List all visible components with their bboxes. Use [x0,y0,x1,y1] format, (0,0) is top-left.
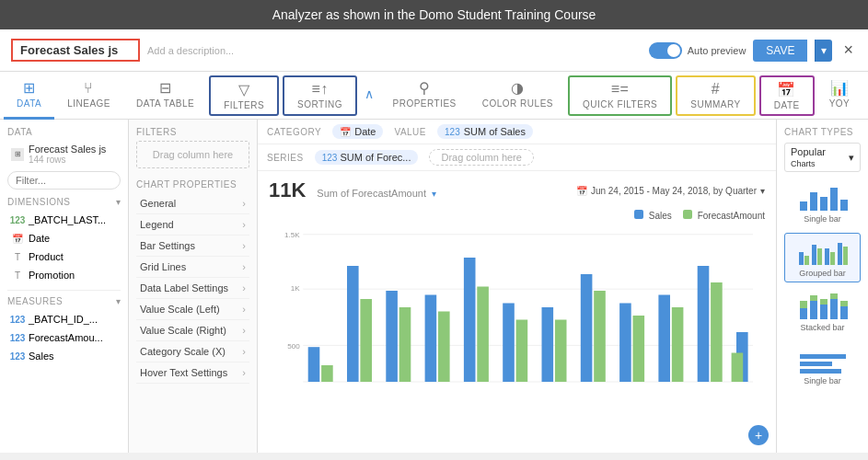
chevron-hover: › [242,367,246,378]
divider-1 [7,290,121,291]
toolbar-properties-label: PROPERTIES [393,98,457,109]
legend-forecast: ForecastAmount [683,210,765,221]
single-bar-2-preview [795,345,851,374]
prop-legend[interactable]: Legend › [136,214,249,236]
svg-rect-55 [800,362,832,366]
chart-type-grouped-bar[interactable]: Grouped bar [784,233,861,282]
category-label: CATEGORY [267,127,321,137]
meas-forecastamou[interactable]: 123 ForecastAmou... [7,328,121,347]
prop-data-label[interactable]: Data Label Settings › [136,278,249,299]
series-chip-value: SUM of Forec... [340,152,411,163]
toolbar-item-quickfilters[interactable]: ≡= QUICK FILTERS [568,75,672,116]
filter-search-input[interactable] [7,171,121,190]
svg-rect-26 [672,307,684,382]
svg-rect-7 [308,347,320,382]
toolbar-item-colorrules[interactable]: ◑ COLOR RULES [469,72,566,120]
chart-type-single-bar[interactable]: Single bar [784,179,861,227]
chart-type-stacked-bar[interactable]: Stacked bar [784,288,861,336]
svg-rect-13 [425,295,437,383]
toolbar-item-sorting[interactable]: ≡↑ SORTING [283,75,357,116]
grouped-bar-label: Grouped bar [799,269,846,278]
svg-rect-23 [619,304,631,383]
prop-general[interactable]: General › [136,193,249,214]
save-dropdown-button[interactable]: ▾ [815,40,832,62]
add-chart-button[interactable]: + [748,425,769,445]
prop-value-right[interactable]: Value Scale (Right) › [136,320,249,341]
save-button[interactable]: SAVE [753,40,807,62]
yoy-icon: 📊 [830,79,850,97]
chart-type-single-bar-2[interactable]: Single bar [784,341,861,389]
auto-preview-label: Auto preview [688,45,746,56]
measures-collapse[interactable]: ▾ [116,296,122,306]
meas-batchid[interactable]: 123 _BATCH_ID_... [7,310,121,328]
toolbar-lineage-label: LINEAGE [67,98,110,109]
chart-types-panel: CHART TYPES Popular Charts ▾ Single bar [776,120,868,453]
svg-rect-24 [633,316,645,382]
toolbar-filters-label: FILTERS [224,100,264,110]
prop-value-left[interactable]: Value Scale (Left) › [136,299,249,320]
toolbar-item-lineage[interactable]: ⑂ LINEAGE [54,72,123,120]
toolbar-item-filters[interactable]: ▽ FILTERS [209,75,279,116]
toolbar-item-data[interactable]: ⊞ DATA [4,72,54,120]
category-chip[interactable]: 📅 Date [332,124,383,139]
dim-batch-last[interactable]: 123 _BATCH_LAST... [7,211,121,229]
dim-promotion[interactable]: T Promotion [7,266,121,284]
chart-type-dropdown[interactable]: Popular Charts ▾ [784,143,861,172]
banner-text: Analyzer as shown in the Domo Student Tr… [272,7,596,22]
value-chip-text: 123 [445,127,460,137]
svg-rect-44 [800,308,807,319]
toolbar-item-datatable[interactable]: ⊟ DATA TABLE [123,72,207,120]
close-button[interactable]: × [839,40,857,60]
prop-bar-settings[interactable]: Bar Settings › [136,236,249,257]
dim-badge-1: 123 [11,213,24,226]
svg-rect-39 [817,248,822,265]
prop-category-x[interactable]: Category Scale (X) › [136,341,249,362]
dim-product[interactable]: T Product [7,247,121,266]
toolbar-item-date[interactable]: 📅 DATE [759,75,815,116]
chart-value-dropdown[interactable]: ▾ [432,189,436,199]
toolbar-item-summary[interactable]: # SUMMARY [676,75,755,116]
chart-date-range[interactable]: 📅 Jun 24, 2015 - May 24, 2018, by Quarte… [576,186,765,196]
svg-rect-14 [438,312,450,383]
toolbar-datatable-label: DATA TABLE [136,98,194,109]
legend-sales: Sales [634,210,672,221]
dim-date[interactable]: 📅 Date [7,229,121,247]
chart-description[interactable]: Add a description... [147,45,649,56]
data-source-item[interactable]: ⊞ Forecast Sales js 144 rows [7,141,121,167]
chart-title[interactable]: Forecast Sales js [11,39,140,62]
chart-area: CATEGORY 📅 Date VALUE 123 SUM of Sales S… [258,120,776,453]
measures-section-label: MEASURES ▾ [7,296,121,306]
dimensions-collapse[interactable]: ▾ [116,197,122,207]
svg-rect-9 [347,266,359,382]
value-chip[interactable]: 123 SUM of Sales [437,124,533,139]
properties-icon: ⚲ [419,79,431,97]
svg-rect-8 [321,365,333,382]
svg-rect-25 [658,295,670,383]
svg-rect-53 [840,301,848,306]
chevron-general: › [242,198,246,209]
series-label: SERIES [267,153,304,163]
main-container: Forecast Sales js Add a description... A… [0,29,868,453]
svg-rect-52 [840,306,848,319]
bar-chart-svg: 1.5K 1K 500 [269,224,765,390]
series-drop-zone[interactable]: Drag column here [429,149,533,166]
toolbar-date-label: DATE [774,100,800,110]
toolbar-item-properties[interactable]: ⚲ PROPERTIES [380,72,469,120]
auto-preview-toggle[interactable] [649,42,682,59]
prop-hover-text[interactable]: Hover Text Settings › [136,362,249,384]
value-chip-value: SUM of Sales [464,126,526,137]
single-bar-2-label: Single bar [804,376,841,385]
prop-grid-lines[interactable]: Grid Lines › [136,257,249,278]
stacked-bar-label: Stacked bar [800,323,844,332]
date-range-dropdown[interactable]: ▾ [760,186,765,196]
filter-drop-zone[interactable]: Drag column here [136,141,249,168]
toolbar-chevron-up[interactable]: ∧ [359,72,380,120]
content-area: DATA ⊞ Forecast Sales js 144 rows DIMENS… [0,120,868,453]
chevron-legend: › [242,219,246,230]
svg-rect-30 [732,353,744,383]
series-chip[interactable]: 123 SUM of Forec... [315,150,419,165]
svg-rect-56 [800,369,841,374]
toolbar-item-yoy[interactable]: 📊 YOY [816,72,863,120]
meas-sales[interactable]: 123 Sales [7,347,121,365]
svg-rect-36 [799,252,804,265]
